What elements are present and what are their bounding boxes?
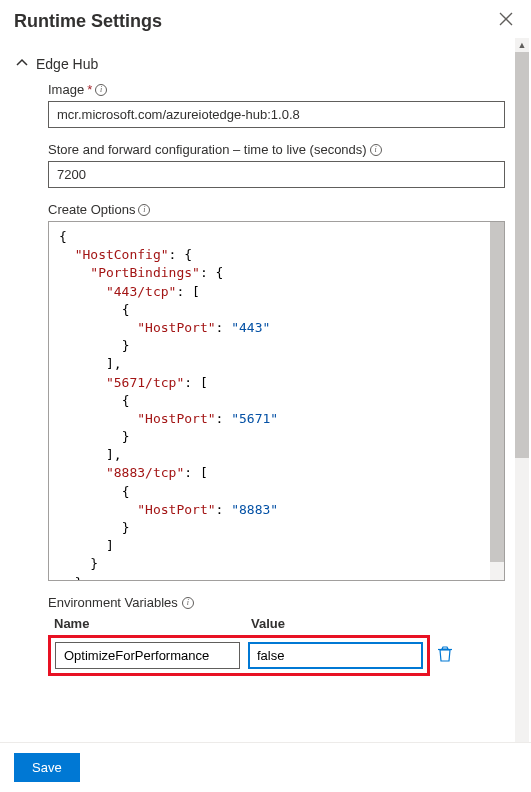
scroll-up-arrow[interactable]: ▲: [515, 38, 529, 52]
ttl-input[interactable]: [48, 161, 505, 188]
save-button[interactable]: Save: [14, 753, 80, 782]
required-marker: *: [87, 82, 92, 97]
create-options-editor[interactable]: { "HostConfig": { "PortBindings": { "443…: [48, 221, 505, 581]
image-label: Image * i: [48, 82, 505, 97]
envvars-col-value: Value: [251, 616, 285, 631]
json-scrollbar-thumb[interactable]: [490, 222, 504, 562]
envvar-value-input[interactable]: [248, 642, 423, 669]
create-options-json-content: { "HostConfig": { "PortBindings": { "443…: [59, 228, 494, 581]
delete-icon[interactable]: [438, 646, 452, 665]
envvars-col-name: Name: [54, 616, 239, 631]
section-toggle-edgehub[interactable]: Edge Hub: [16, 38, 505, 82]
scroll-area[interactable]: ▲ ▼ Edge Hub Image * i Store and forward…: [0, 38, 531, 742]
info-icon[interactable]: i: [138, 204, 150, 216]
info-icon[interactable]: i: [95, 84, 107, 96]
section-title: Edge Hub: [36, 56, 98, 72]
envvar-name-input[interactable]: [55, 642, 240, 669]
envvars-heading: Environment Variables i: [48, 595, 505, 610]
image-input[interactable]: [48, 101, 505, 128]
envvars-row-highlight: [48, 635, 430, 676]
create-options-label: Create Options i: [48, 202, 505, 217]
ttl-label: Store and forward configuration – time t…: [48, 142, 505, 157]
info-icon[interactable]: i: [182, 597, 194, 609]
info-icon[interactable]: i: [370, 144, 382, 156]
close-icon: [499, 12, 513, 26]
panel-title: Runtime Settings: [14, 11, 162, 32]
scrollbar-thumb[interactable]: [515, 38, 529, 458]
close-button[interactable]: [495, 10, 517, 32]
chevron-up-icon: [16, 57, 28, 72]
